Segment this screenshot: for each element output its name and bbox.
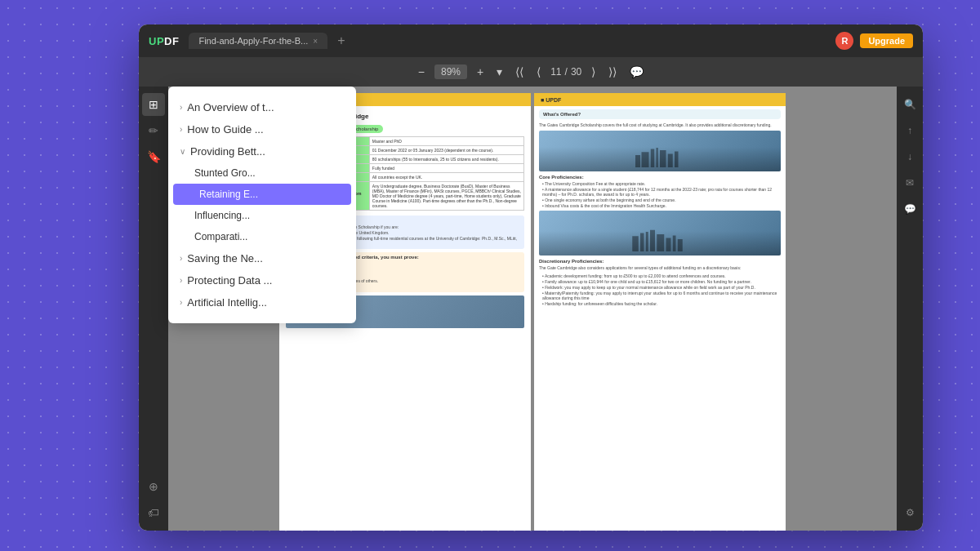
sidebar-icon-bookmark[interactable]: 🔖 (142, 145, 165, 168)
sidebar-icon-layers[interactable]: ⊕ (142, 475, 165, 498)
svg-rect-13 (673, 236, 676, 252)
svg-rect-11 (657, 234, 664, 251)
outline-item-label: Artificial Intellig... (187, 296, 267, 309)
left-sidebar: ⊞ ✏ 🔖 ⊕ 🏷 (139, 87, 168, 531)
building-svg (564, 143, 757, 167)
svg-rect-7 (632, 236, 639, 251)
svg-rect-1 (642, 152, 649, 167)
svg-rect-0 (635, 155, 640, 167)
disc-item: Maternity/Paternity funding: you may app… (539, 291, 781, 300)
svg-rect-12 (666, 238, 671, 252)
outline-panel: › An Overview of t... › How to Guide ...… (168, 87, 356, 323)
table-cell: All countries except the UK. (369, 173, 523, 182)
right-icon-share[interactable]: ✉ (898, 171, 921, 194)
outline-item-label: Retaining E... (199, 189, 258, 200)
core-title: Core Proficiencies: (539, 175, 781, 180)
disc-item: Hardship funding: for unforeseen difficu… (539, 301, 781, 306)
outline-item-label: Protecting Data ... (187, 274, 272, 287)
core-item: The University Composition Fee at the ap… (539, 181, 781, 186)
active-tab[interactable]: Find-and-Apply-For-the-B... × (189, 33, 327, 49)
comment-btn[interactable]: 💬 (626, 64, 647, 80)
outline-item-label: Saving the Ne... (187, 252, 263, 264)
outline-item-howto[interactable]: › How to Guide ... (168, 118, 356, 140)
nav-prev-btn[interactable]: ⟨ (533, 64, 544, 80)
pdf-logo-right: ■ UPDF (541, 97, 561, 103)
sidebar-icon-annotate[interactable]: ✏ (142, 119, 165, 142)
page-total: 30 (571, 66, 581, 78)
whats-offered-box: What's Offered? (539, 109, 781, 119)
svg-rect-5 (668, 154, 673, 168)
right-icon-settings[interactable]: ⚙ (898, 501, 921, 524)
outline-item-protecting[interactable]: › Protecting Data ... (168, 269, 356, 291)
right-icon-download[interactable]: ↓ (898, 145, 921, 168)
outline-item-overview[interactable]: › An Overview of t... (168, 96, 356, 118)
outline-item-stunted[interactable]: Stunted Gro... (168, 162, 356, 184)
svg-rect-8 (640, 233, 644, 252)
svg-rect-10 (650, 230, 655, 251)
outline-item-label: Stunted Gro... (194, 167, 256, 179)
chevron-right-icon: › (180, 254, 182, 263)
disc-item: Family allowance: up to £10,944 for one … (539, 279, 781, 284)
zoom-in-btn[interactable]: + (474, 64, 487, 80)
outline-item-label: Comparati... (194, 231, 247, 242)
right-icon-upload[interactable]: ↑ (898, 119, 921, 142)
sidebar-icon-bookmark2[interactable]: 🏷 (142, 501, 165, 524)
outline-item-label: An Overview of t... (187, 101, 274, 113)
table-cell: Master and PhD (369, 137, 523, 146)
sidebar-icon-spreadsheet[interactable]: ⊞ (142, 93, 165, 116)
outline-item-providing[interactable]: ∨ Providing Bett... (168, 140, 356, 162)
building-svg-2 (564, 227, 757, 251)
pdf-content-right: What's Offered? The Gates Cambridge Scho… (534, 106, 786, 310)
logo-text: DF (164, 35, 179, 47)
zoom-dropdown-btn[interactable]: ▾ (493, 64, 506, 80)
outline-item-label: How to Guide ... (187, 123, 263, 136)
disc-item: Academic development funding: from up to… (539, 273, 781, 278)
app-logo: UPDF (149, 35, 179, 47)
right-icon-search[interactable]: 🔍 (898, 93, 921, 116)
chevron-down-icon: ∨ (180, 147, 185, 156)
outline-item-comparati[interactable]: Comparati... (168, 226, 356, 247)
svg-rect-6 (675, 152, 679, 168)
whats-offered-title: What's Offered? (543, 112, 777, 117)
page-current: 11 (550, 66, 561, 78)
outline-item-influencing[interactable]: Influencing... (168, 205, 356, 226)
new-tab-btn[interactable]: + (337, 33, 345, 48)
cambridge-building-image-bottom (539, 211, 781, 256)
tab-close-btn[interactable]: × (313, 37, 318, 46)
svg-rect-3 (657, 148, 658, 167)
discretionary-intro: The Gate Cambridge also considers applic… (539, 265, 781, 271)
chevron-right-icon: › (180, 298, 182, 307)
upgrade-button[interactable]: Upgrade (860, 33, 913, 48)
right-icon-comment[interactable]: 💬 (898, 198, 921, 220)
outline-item-retaining[interactable]: Retaining E... (173, 184, 351, 205)
svg-rect-9 (646, 232, 648, 251)
page-display: 11 / 30 (550, 66, 581, 78)
title-bar: UPDF Find-and-Apply-For-the-B... × + R U… (139, 24, 923, 57)
core-item: One single economy airfare at both the b… (539, 198, 781, 202)
table-cell: 01 December 2022 or 05 January 2023 (dep… (369, 146, 523, 155)
nav-next-btn[interactable]: ⟩ (588, 64, 599, 80)
svg-rect-2 (651, 149, 655, 168)
outline-item-saving[interactable]: › Saving the Ne... (168, 247, 356, 269)
zoom-out-btn[interactable]: − (415, 64, 428, 80)
chevron-right-icon: › (180, 125, 182, 134)
user-avatar[interactable]: R (835, 32, 853, 50)
chevron-right-icon: › (180, 103, 182, 112)
outline-item-ai[interactable]: › Artificial Intellig... (168, 291, 356, 313)
nav-first-btn[interactable]: ⟨⟨ (512, 64, 527, 80)
zoom-level: 89% (434, 64, 467, 79)
core-item: Inbound Visa costs & the cost of the Imm… (539, 203, 781, 208)
outline-item-label: Influencing... (194, 210, 250, 221)
nav-last-btn[interactable]: ⟩⟩ (605, 64, 620, 80)
svg-rect-4 (660, 150, 666, 167)
page-separator: / (565, 66, 568, 78)
disc-item: Fieldwork: you may apply to keep up to y… (539, 285, 781, 290)
pdf-header-right: ■ UPDF (534, 93, 786, 106)
app-window: UPDF Find-and-Apply-For-the-B... × + R U… (139, 24, 923, 531)
chevron-right-icon: › (180, 276, 182, 285)
core-item: A maintenance allowance for a single stu… (539, 187, 781, 197)
toolbar: − 89% + ▾ ⟨⟨ ⟨ 11 / 30 ⟩ ⟩⟩ 💬 (139, 57, 923, 87)
table-cell: 80 scholarships (55 to Internationals, 2… (369, 155, 523, 164)
pdf-page-right: ■ UPDF What's Offered? The Gates Cambrid… (534, 93, 786, 531)
right-toolbar: 🔍 ↑ ↓ ✉ 💬 ⚙ (897, 87, 923, 531)
